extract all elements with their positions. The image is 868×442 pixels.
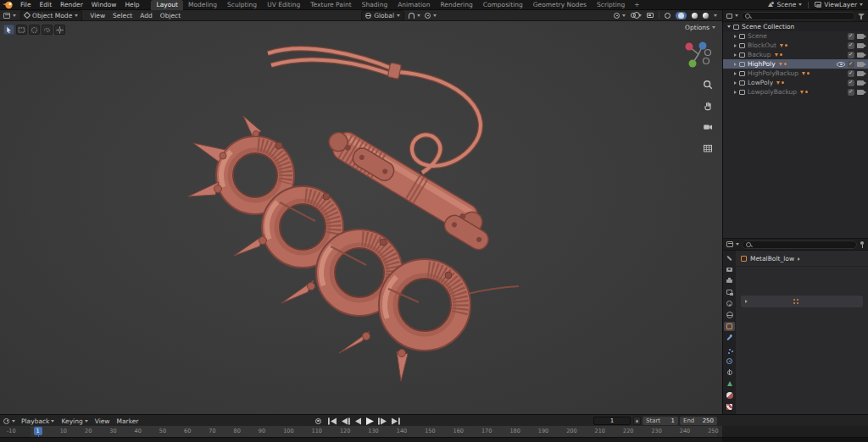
expand-arrow-icon[interactable] xyxy=(734,63,737,66)
snap-toggle[interactable] xyxy=(409,13,420,19)
tab-texture[interactable] xyxy=(724,402,735,412)
disable-in-renders-icon[interactable] xyxy=(857,34,864,39)
workspace-tab[interactable]: Scripting xyxy=(592,0,630,10)
shading-rendered-button[interactable] xyxy=(703,13,709,19)
workspace-tab[interactable]: Rendering xyxy=(435,0,477,10)
exclude-checkbox[interactable] xyxy=(848,80,854,86)
tab-physics[interactable] xyxy=(724,356,735,366)
workspace-tab[interactable]: Shading xyxy=(357,0,392,10)
3d-viewport[interactable]: Options xyxy=(0,21,722,414)
disable-in-renders-icon[interactable] xyxy=(857,43,864,48)
mode-selector[interactable]: Object Mode xyxy=(20,10,82,21)
workspace-tab[interactable]: Compositing xyxy=(478,0,528,10)
tab-tool[interactable] xyxy=(724,253,735,262)
add-workspace-button[interactable]: + xyxy=(630,0,643,10)
outliner-row[interactable]: LowpolyBackup xyxy=(723,87,868,97)
filter-icon[interactable] xyxy=(858,13,865,19)
expand-arrow-icon[interactable] xyxy=(734,35,737,38)
outliner-row[interactable]: Backup xyxy=(723,50,868,59)
tab-scene[interactable] xyxy=(724,299,735,308)
shading-material-button[interactable] xyxy=(692,13,698,19)
tab-material[interactable] xyxy=(724,390,735,400)
expand-arrow-icon[interactable] xyxy=(734,53,737,57)
auto-keying-record-button[interactable] xyxy=(315,418,321,424)
outliner-editor-icon[interactable] xyxy=(726,14,732,19)
scene-collection-row[interactable]: Scene Collection xyxy=(723,22,868,31)
current-frame-field[interactable]: 1 xyxy=(593,417,631,425)
timeline-menu[interactable]: Playback xyxy=(21,417,54,425)
expand-arrow-icon[interactable] xyxy=(734,81,737,85)
frame-start-field[interactable]: Start 1 xyxy=(643,417,678,425)
topbar-menu[interactable]: Edit xyxy=(36,1,56,8)
scene-selector[interactable]: Scene xyxy=(768,1,802,8)
viewport-menu[interactable]: Object xyxy=(157,12,184,19)
workspace-tab[interactable]: Sculpting xyxy=(222,0,262,10)
topbar-menu[interactable]: Render xyxy=(57,1,86,8)
tab-constraints[interactable] xyxy=(724,367,735,377)
exclude-checkbox[interactable] xyxy=(848,70,854,77)
pan-hand-icon[interactable] xyxy=(703,98,713,114)
viewport-menu[interactable]: Select xyxy=(109,12,136,19)
topbar-menu[interactable]: Help xyxy=(121,1,142,8)
topbar-menu[interactable]: Window xyxy=(88,1,120,8)
orthographic-grid-icon[interactable] xyxy=(703,141,713,157)
expand-arrow-icon[interactable] xyxy=(734,91,737,94)
select-box-tool-button[interactable] xyxy=(16,25,27,35)
expand-arrow-icon[interactable] xyxy=(734,72,737,75)
exclude-checkbox[interactable] xyxy=(848,61,854,68)
frame-end-field[interactable]: End 250 xyxy=(680,417,717,425)
disable-in-renders-icon[interactable] xyxy=(857,62,864,67)
properties-search-input[interactable] xyxy=(754,240,853,248)
viewlayer-selector[interactable]: ViewLayer xyxy=(815,1,863,8)
transport-buttons[interactable] xyxy=(326,417,415,426)
exclude-checkbox[interactable] xyxy=(848,52,854,58)
disable-in-renders-icon[interactable] xyxy=(857,71,864,76)
workspace-tab[interactable]: Animation xyxy=(392,0,435,10)
cursor-tool-button[interactable] xyxy=(54,25,65,35)
tab-render[interactable] xyxy=(724,265,735,274)
viewport-options-dropdown[interactable]: Options xyxy=(685,24,715,31)
topbar-menu[interactable]: File xyxy=(17,1,35,8)
zoom-icon[interactable] xyxy=(703,77,713,93)
keyframe-jump-button[interactable] xyxy=(633,417,641,425)
tab-object[interactable] xyxy=(724,322,735,331)
collapsed-panel-header[interactable] xyxy=(741,296,863,307)
collapse-arrow-icon[interactable] xyxy=(727,25,731,28)
navigation-gizmo[interactable] xyxy=(682,36,715,74)
viewport-menu[interactable]: Add xyxy=(136,12,156,19)
outliner-search[interactable] xyxy=(741,12,855,20)
tab-modifiers[interactable] xyxy=(724,334,735,343)
expand-arrow-icon[interactable] xyxy=(745,300,748,303)
workspace-tab[interactable]: Layout xyxy=(151,0,183,10)
xray-toggle[interactable] xyxy=(647,13,654,18)
outliner-row[interactable]: HighPolyBackup xyxy=(723,69,868,78)
workspace-tab[interactable]: Texture Paint xyxy=(305,0,356,10)
timeline-menu[interactable]: View xyxy=(95,417,110,425)
disable-in-renders-icon[interactable] xyxy=(857,90,864,95)
outliner-row[interactable]: BlockOut xyxy=(723,41,868,50)
disable-in-renders-icon[interactable] xyxy=(857,80,864,86)
select-circle-tool-button[interactable] xyxy=(29,25,40,35)
pin-icon[interactable] xyxy=(860,241,865,248)
breadcrumb-object-name[interactable]: MetalBolt_low xyxy=(750,255,794,262)
timeline-menu[interactable]: Keying xyxy=(61,417,87,425)
properties-editor-icon[interactable] xyxy=(726,241,733,247)
3d-model-knuckle-duster[interactable] xyxy=(0,21,722,414)
camera-view-icon[interactable] xyxy=(703,119,713,135)
workspace-tab[interactable]: Geometry Nodes xyxy=(528,0,592,10)
outliner-row[interactable]: LowPoly xyxy=(723,78,868,87)
transform-orientation-selector[interactable]: Global xyxy=(361,10,404,21)
workspace-tab[interactable]: UV Editing xyxy=(262,0,305,10)
timeline-menu[interactable]: Marker xyxy=(116,417,138,425)
timeline-editor-icon-button[interactable] xyxy=(3,418,15,424)
tab-output[interactable] xyxy=(724,276,735,285)
show-overlays-toggle[interactable] xyxy=(631,13,642,18)
tab-view-layer[interactable] xyxy=(724,288,735,297)
hide-in-viewport-icon[interactable] xyxy=(837,62,845,67)
outliner-row[interactable]: Scene xyxy=(723,31,868,41)
tab-world[interactable] xyxy=(724,311,735,320)
exclude-checkbox[interactable] xyxy=(848,33,854,40)
disable-in-renders-icon[interactable] xyxy=(857,52,864,58)
select-tweak-tool-button[interactable] xyxy=(3,25,14,35)
properties-search[interactable] xyxy=(742,240,857,249)
